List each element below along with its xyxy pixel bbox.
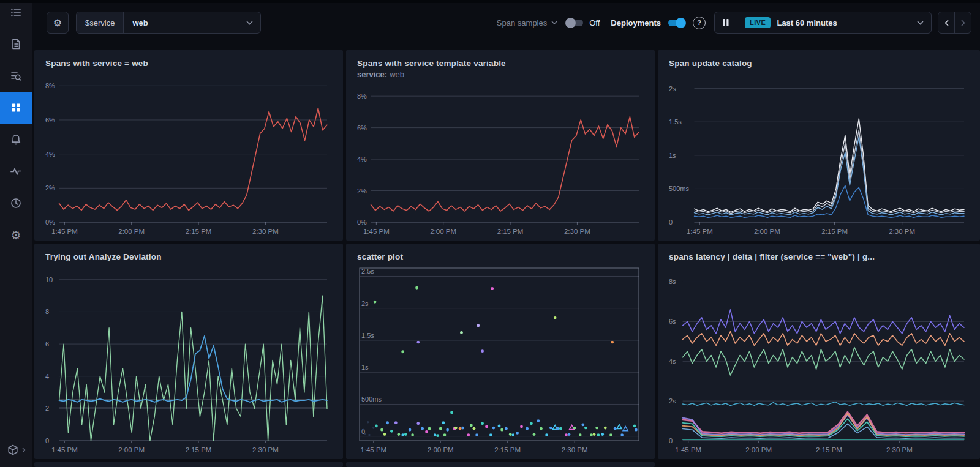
svg-text:2:15 PM: 2:15 PM	[821, 228, 848, 235]
panel-span-update-catalog: Span update catalog 0500ms1s1.5s2s1:45 P…	[658, 50, 980, 241]
top-toolbar: ⚙ $service web Span samples Off Deployme…	[32, 3, 980, 42]
svg-text:2:15 PM: 2:15 PM	[497, 228, 524, 235]
deployments-label: Deployments	[611, 18, 661, 28]
search-list-icon	[10, 70, 22, 82]
svg-text:4: 4	[45, 373, 49, 380]
sidebar-item-integrations[interactable]	[0, 444, 32, 456]
toggle-knob	[676, 18, 686, 28]
svg-text:2:00 PM: 2:00 PM	[430, 228, 456, 235]
svg-text:0: 0	[669, 219, 673, 226]
svg-text:0%: 0%	[357, 219, 367, 226]
left-sidebar: ⚙	[0, 0, 32, 467]
scatter-chart[interactable]: 0500ms1s1.5s2s2.5s1:45 PM2:00 PM2:15 PM2…	[357, 265, 646, 457]
svg-text:1.5s: 1.5s	[669, 118, 682, 125]
svg-text:2:00 PM: 2:00 PM	[428, 446, 454, 454]
subtitle-key: service:	[357, 70, 387, 79]
svg-text:4s: 4s	[669, 357, 676, 365]
svg-text:6%: 6%	[357, 124, 367, 132]
time-range-control: LIVE Last 60 minutes	[714, 12, 932, 34]
empty-cell	[658, 462, 980, 467]
sidebar-item-trace-search[interactable]	[0, 60, 32, 92]
sidebar-item-alerts[interactable]	[0, 124, 32, 155]
time-range-dropdown[interactable]: LIVE Last 60 minutes	[737, 17, 931, 28]
svg-text:2:30 PM: 2:30 PM	[252, 228, 279, 235]
panel-spans-template-variable: Spans with service template variable ser…	[346, 50, 655, 241]
svg-text:8s: 8s	[669, 278, 676, 285]
variable-value: web	[124, 18, 246, 28]
clock-icon	[10, 197, 22, 209]
panel-title: Trying out Analyze Deviation	[45, 252, 334, 261]
shift-forward-button[interactable]	[954, 12, 971, 33]
gear-icon: ⚙	[10, 228, 21, 242]
svg-text:0%: 0%	[45, 219, 55, 226]
pause-button[interactable]	[715, 12, 737, 33]
svg-text:6s: 6s	[669, 318, 676, 325]
svg-text:2:15 PM: 2:15 PM	[186, 446, 212, 454]
svg-text:2: 2	[45, 405, 49, 412]
svg-text:2:30 PM: 2:30 PM	[564, 228, 590, 235]
variable-name-label: $service	[77, 12, 124, 33]
sidebar-item-list[interactable]	[0, 0, 32, 28]
subtitle-value: web	[390, 70, 404, 79]
window-top-strip	[0, 0, 980, 3]
sidebar-item-dashboards[interactable]	[0, 92, 32, 124]
svg-text:2s: 2s	[669, 85, 676, 92]
service-variable-select[interactable]: $service web	[76, 12, 261, 34]
chevron-right-icon	[22, 447, 26, 453]
svg-text:6: 6	[45, 340, 49, 348]
panel-spans-service-web: Spans with service = web 0%2%4%6%8%1:45 …	[34, 50, 343, 241]
shift-back-button[interactable]	[938, 12, 954, 33]
help-icon[interactable]: ?	[693, 17, 706, 29]
line-chart-analyze-deviation[interactable]: 02468101:45 PM2:00 PM2:15 PM2:30 PM	[45, 265, 334, 457]
span-samples-dropdown[interactable]: Span samples	[497, 18, 547, 28]
chevron-down-icon	[246, 21, 253, 25]
pause-icon	[723, 19, 729, 26]
svg-text:2:00 PM: 2:00 PM	[754, 228, 780, 235]
svg-text:0: 0	[669, 437, 673, 444]
svg-text:1:45 PM: 1:45 PM	[687, 228, 713, 235]
svg-text:2:15 PM: 2:15 PM	[494, 446, 521, 454]
variables-settings-button[interactable]: ⚙	[47, 12, 69, 34]
svg-text:8: 8	[45, 308, 49, 315]
svg-text:1:45 PM: 1:45 PM	[675, 446, 701, 454]
svg-text:2:15 PM: 2:15 PM	[816, 446, 842, 454]
svg-text:2:00 PM: 2:00 PM	[745, 446, 772, 454]
svg-text:8%: 8%	[357, 92, 367, 100]
panel-title: spans latency | delta | filter (service …	[669, 252, 971, 261]
svg-text:500ms: 500ms	[361, 395, 382, 403]
sidebar-item-logs[interactable]	[0, 28, 32, 60]
svg-text:0: 0	[45, 437, 49, 444]
line-chart-spans-latency[interactable]: 02s4s6s8s1:45 PM2:00 PM2:15 PM2:30 PM	[669, 265, 971, 457]
svg-text:6%: 6%	[45, 116, 55, 124]
svg-text:2.5s: 2.5s	[361, 267, 374, 275]
svg-text:2:00 PM: 2:00 PM	[118, 446, 145, 454]
svg-text:500ms: 500ms	[669, 185, 690, 192]
grid-icon	[10, 102, 22, 114]
line-chart-spans-template-variable[interactable]: 0%2%4%6%8%1:45 PM2:00 PM2:15 PM2:30 PM	[357, 83, 646, 238]
sidebar-item-settings[interactable]: ⚙	[0, 219, 32, 251]
svg-text:2s: 2s	[669, 397, 676, 405]
gear-icon: ⚙	[53, 17, 62, 29]
line-chart-span-update-catalog[interactable]: 0500ms1s1.5s2s1:45 PM2:00 PM2:15 PM2:30 …	[669, 72, 971, 238]
svg-text:1:45 PM: 1:45 PM	[363, 228, 390, 235]
svg-text:2s: 2s	[361, 300, 369, 307]
chevron-down-icon[interactable]	[551, 21, 557, 24]
chevron-down-icon	[917, 21, 924, 25]
panel-partial	[346, 462, 655, 467]
line-chart-spans-service-web[interactable]: 0%2%4%6%8%1:45 PM2:00 PM2:15 PM2:30 PM	[45, 72, 334, 238]
list-icon	[10, 6, 22, 18]
panel-title: scatter plot	[357, 252, 646, 261]
chevron-left-icon	[944, 20, 949, 26]
time-range-value: Last 60 minutes	[777, 18, 837, 28]
svg-text:8%: 8%	[45, 82, 55, 89]
time-shift-controls	[938, 12, 971, 34]
span-samples-toggle[interactable]	[567, 20, 583, 26]
deployments-toggle[interactable]	[668, 20, 684, 26]
svg-text:1s: 1s	[669, 152, 676, 159]
svg-text:1.5s: 1.5s	[361, 332, 374, 339]
chevron-right-icon	[961, 20, 965, 26]
svg-text:2:30 PM: 2:30 PM	[252, 446, 279, 454]
sidebar-item-activity[interactable]	[0, 155, 32, 187]
sidebar-item-history[interactable]	[0, 187, 32, 219]
svg-text:2%: 2%	[357, 187, 367, 195]
